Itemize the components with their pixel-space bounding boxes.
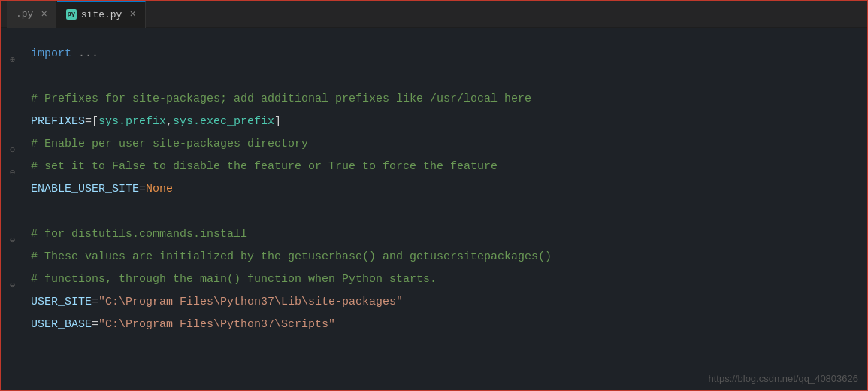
prefixes-comma: , [166,111,173,133]
comment-2-text: # Enable per user site-packages director… [31,133,308,156]
comment-1-text: # Prefixes for site-packages; add additi… [31,88,531,111]
inactive-tab-close[interactable]: × [41,8,47,20]
user-site-line: USER_SITE = "C:\Program Files\Python37\L… [31,291,867,314]
tab-inactive[interactable]: .py × [7,1,57,28]
enable-val: None [146,178,173,201]
fold-icon-6[interactable]: ⊖ [10,274,15,297]
title-bar: .py × py site.py × [1,1,867,28]
active-tab-label: site.py [81,9,122,20]
comment-5-text: # These values are initialized by the ge… [31,246,552,268]
userbase-val: "C:\Program Files\Python37\Scripts" [98,314,335,336]
prefixes-close-bracket: ] [274,111,281,133]
tab-active[interactable]: py site.py × [57,1,146,28]
userbase-eq: = [92,314,98,336]
import-line: ⊕ import ... [31,43,867,65]
prefixes-val2: sys.exec_prefix [173,111,274,133]
file-icon: py [66,9,77,20]
enable-user-site-line: ENABLE_USER_SITE = None [31,178,867,201]
enable-var: ENABLE_USER_SITE [31,178,139,201]
comment-6-text: # functions, through the main() function… [31,268,437,291]
usersite-eq: = [92,291,98,314]
editor-area: ⊕ import ... # Prefixes for site-package… [1,28,867,391]
prefixes-val1: sys.prefix [98,111,166,133]
comment-line-5: # These values are initialized by the ge… [31,246,867,268]
prefixes-eq: = [85,111,92,133]
prefixes-line: PREFIXES = [ sys.prefix , sys.exec_prefi… [31,111,867,133]
fold-icon-4[interactable]: ⊖ [10,229,15,252]
comment-3-text: # set it to False to disable the feature… [31,156,498,178]
usersite-var: USER_SITE [31,291,92,314]
watermark: https://blog.csdn.net/qq_40803626 [709,373,859,384]
comment-4-text: # for distutils.commands.install [31,223,247,246]
inactive-tab-label: .py [16,8,33,20]
fold-icon-3[interactable]: ⊖ [10,162,15,184]
user-base-line: USER_BASE = "C:\Program Files\Python37\S… [31,314,867,336]
prefixes-var: PREFIXES [31,111,85,133]
active-tab-close[interactable]: × [129,8,135,20]
comment-line-1: # Prefixes for site-packages; add additi… [31,88,867,111]
enable-eq: = [139,178,146,201]
userbase-var: USER_BASE [31,314,92,336]
empty-line-2 [31,201,867,223]
comment-line-4: ⊖ # for distutils.commands.install [31,223,867,246]
comment-line-2: ⊖ # Enable per user site-packages direct… [31,133,867,156]
empty-line-1 [31,65,867,88]
fold-icon-import[interactable]: ⊕ [10,49,15,71]
fold-icon-2[interactable]: ⊖ [10,139,15,162]
comment-line-6: ⊖ # functions, through the main() functi… [31,268,867,291]
usersite-val: "C:\Program Files\Python37\Lib\site-pack… [98,291,403,314]
prefixes-open-bracket: [ [92,111,98,133]
comment-line-3: ⊖ # set it to False to disable the featu… [31,156,867,178]
